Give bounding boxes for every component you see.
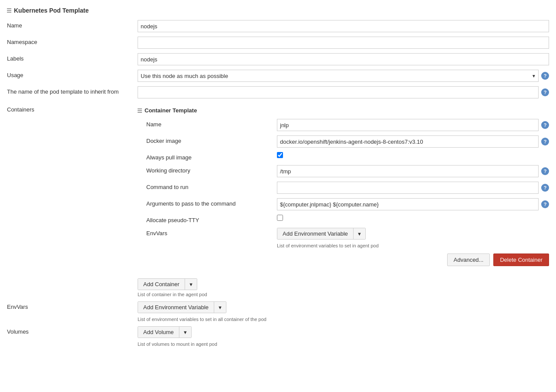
inherit-label: The name of the pod template to inherit … — [7, 86, 138, 95]
inherit-field: ? — [138, 86, 549, 98]
add-volume-arrow[interactable]: ▼ — [179, 327, 191, 338]
inherit-row: The name of the pod template to inherit … — [7, 86, 549, 98]
namespace-field — [138, 37, 549, 49]
containers-label: Containers — [7, 103, 138, 113]
name-field — [138, 20, 549, 32]
inherit-help-icon[interactable]: ? — [541, 88, 549, 96]
command-input[interactable] — [277, 182, 539, 194]
docker-image-row: Docker image ? — [146, 135, 549, 148]
working-dir-field: ? — [277, 165, 549, 177]
container-envvars-label: EnvVars — [146, 228, 277, 237]
name-input[interactable] — [138, 20, 549, 32]
container-name-input[interactable] — [277, 119, 539, 131]
add-volume-button[interactable]: Add Volume — [138, 327, 179, 338]
container-template-title: Container Template — [145, 107, 197, 114]
docker-image-help-icon[interactable]: ? — [541, 138, 549, 145]
add-container-wrapper: Add Container ▼ List of container in the… — [138, 278, 207, 297]
working-dir-label: Working directory — [146, 165, 277, 174]
usage-label: Usage — [7, 70, 138, 78]
namespace-row: Namespace — [7, 37, 549, 49]
pod-envvars-row: EnvVars Add Environment Variable ▼ List … — [7, 301, 549, 322]
pseudo-tty-checkbox[interactable] — [277, 215, 283, 221]
usage-select[interactable]: Use this node as much as possible Only b… — [138, 70, 539, 82]
labels-field — [138, 53, 549, 65]
pseudo-tty-row: Allocate pseudo-TTY — [146, 215, 549, 223]
containers-row: Containers Container Template Name ? — [7, 103, 549, 297]
arguments-row: Arguments to pass to the command ? — [146, 198, 549, 210]
container-template-block: Container Template Name ? Docker image ? — [138, 103, 549, 271]
kubernetes-pod-template-section: Kubernetes Pod Template Name Namespace L… — [7, 7, 549, 347]
add-volume-dropdown[interactable]: Add Volume ▼ — [138, 326, 192, 338]
container-name-field: ? — [277, 119, 549, 131]
delete-container-button[interactable]: Delete Container — [493, 253, 549, 266]
pseudo-tty-field — [277, 215, 549, 221]
volumes-field: Add Volume ▼ List of volumes to mount in… — [138, 326, 549, 347]
usage-help-icon[interactable]: ? — [541, 72, 549, 80]
containers-field: Container Template Name ? Docker image ? — [138, 103, 549, 297]
pod-envvars-field: Add Environment Variable ▼ List of envir… — [138, 301, 549, 322]
labels-input[interactable] — [138, 53, 549, 65]
namespace-label: Namespace — [7, 37, 138, 45]
labels-row: Labels — [7, 53, 549, 65]
usage-select-wrapper: Use this node as much as possible Only b… — [138, 70, 539, 82]
add-env-var-pod-dropdown[interactable]: Add Environment Variable ▼ — [138, 301, 226, 313]
name-label: Name — [7, 20, 138, 29]
working-dir-input[interactable] — [277, 165, 539, 177]
pseudo-tty-label: Allocate pseudo-TTY — [146, 215, 277, 223]
add-env-var-container-dropdown[interactable]: Add Environment Variable ▼ — [277, 228, 366, 240]
docker-image-input[interactable] — [277, 135, 539, 148]
docker-image-field: ? — [277, 135, 549, 148]
drag-handle[interactable] — [7, 8, 11, 13]
docker-image-label: Docker image — [146, 135, 277, 144]
env-pod-hint: List of environment variables to set in … — [138, 317, 266, 322]
env-var-hint: List of environment variables to set in … — [277, 243, 379, 248]
add-env-var-pod-arrow[interactable]: ▼ — [214, 302, 226, 313]
working-dir-row: Working directory ? — [146, 165, 549, 177]
usage-field: Use this node as much as possible Only b… — [138, 70, 549, 82]
container-action-row: Advanced... Delete Container — [138, 253, 549, 266]
container-envvars-row: EnvVars Add Environment Variable ▼ List … — [146, 228, 549, 248]
container-template-header: Container Template — [138, 107, 549, 114]
add-container-dropdown[interactable]: Add Container ▼ — [138, 278, 197, 290]
volumes-row: Volumes Add Volume ▼ List of volumes to … — [7, 326, 549, 347]
always-pull-field — [277, 152, 549, 158]
always-pull-row: Always pull image — [146, 152, 549, 161]
inherit-input[interactable] — [138, 86, 539, 98]
command-label: Command to run — [146, 182, 277, 190]
working-dir-help-icon[interactable]: ? — [541, 167, 549, 175]
name-row: Name — [7, 20, 549, 32]
container-drag-handle[interactable] — [138, 108, 142, 113]
container-name-row: Name ? — [146, 119, 549, 131]
section-title: Kubernetes Pod Template — [14, 7, 89, 14]
always-pull-label: Always pull image — [146, 152, 277, 161]
arguments-label: Arguments to pass to the command — [146, 198, 277, 207]
container-name-help-icon[interactable]: ? — [541, 121, 549, 129]
labels-label: Labels — [7, 53, 138, 62]
container-envvars-field: Add Environment Variable ▼ List of envir… — [277, 228, 549, 248]
add-env-var-container-button[interactable]: Add Environment Variable — [277, 228, 354, 239]
add-container-button[interactable]: Add Container — [138, 279, 185, 290]
usage-row: Usage Use this node as much as possible … — [7, 70, 549, 82]
arguments-help-icon[interactable]: ? — [541, 200, 549, 208]
namespace-input[interactable] — [138, 37, 549, 49]
arguments-field: ? — [277, 198, 549, 210]
add-env-var-pod-button[interactable]: Add Environment Variable — [138, 302, 214, 313]
always-pull-checkbox[interactable] — [277, 152, 283, 158]
arguments-input[interactable] — [277, 198, 539, 210]
section-header: Kubernetes Pod Template — [7, 7, 549, 14]
command-help-icon[interactable]: ? — [541, 184, 549, 192]
add-container-arrow[interactable]: ▼ — [185, 279, 197, 290]
advanced-button[interactable]: Advanced... — [447, 253, 490, 266]
volume-hint: List of volumes to mount in agent pod — [138, 341, 217, 347]
command-row: Command to run ? — [146, 182, 549, 194]
add-env-var-container-arrow[interactable]: ▼ — [354, 228, 365, 239]
command-field: ? — [277, 182, 549, 194]
volumes-label: Volumes — [7, 326, 138, 335]
container-hint: List of container in the agent pod — [138, 292, 207, 297]
container-name-label: Name — [146, 119, 277, 128]
pod-envvars-label: EnvVars — [7, 301, 138, 310]
